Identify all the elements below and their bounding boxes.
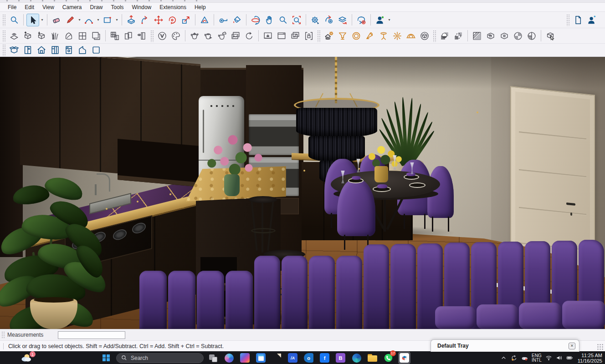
vray-refresh[interactable] (243, 30, 256, 42)
default-tray-close-button[interactable]: ✕ (569, 343, 575, 349)
scenes-tool[interactable] (336, 14, 349, 26)
tape-measure-tool[interactable] (217, 14, 230, 26)
measurements-input[interactable] (58, 331, 125, 339)
styles-tool[interactable] (355, 14, 368, 26)
toolbar-grip[interactable] (2, 14, 5, 26)
vray-omni-light[interactable] (391, 30, 404, 42)
menu-file[interactable]: File (4, 4, 21, 11)
start-button[interactable] (99, 352, 113, 364)
vray-batch-render[interactable] (289, 30, 302, 42)
media-app[interactable]: /A (287, 352, 299, 364)
account-menu-dropdown[interactable]: ▾ (387, 14, 392, 26)
vray-mesh-to-proxy[interactable] (484, 30, 497, 42)
search-tool[interactable] (8, 14, 21, 26)
vray-proxy-to-mesh[interactable] (498, 30, 511, 42)
vray-lock-camera[interactable] (302, 30, 315, 42)
menu-view[interactable]: View (38, 4, 58, 11)
vray-light-gen[interactable] (323, 30, 335, 42)
rectangle-tool-dropdown[interactable]: ▾ (114, 14, 119, 26)
line-tool-dropdown[interactable]: ▾ (77, 14, 82, 26)
arc-tool[interactable] (82, 14, 95, 26)
toolbar-grip[interactable] (433, 30, 436, 42)
designer-app[interactable] (239, 352, 251, 364)
line-tool[interactable] (64, 14, 77, 26)
eraser-tool[interactable] (50, 14, 63, 26)
account-menu[interactable] (374, 14, 386, 26)
vray-frame-buffer[interactable] (229, 30, 242, 42)
panel-copy-tool[interactable] (122, 30, 135, 42)
taskbar-clock[interactable]: 11:25 AM 11/16/2025 (578, 353, 602, 364)
new-model-button[interactable] (572, 14, 584, 26)
toolbar-grip[interactable] (2, 44, 5, 56)
onedrive-icon[interactable] (521, 354, 528, 361)
surface-plane-tool[interactable] (8, 30, 21, 42)
wifi-icon[interactable] (545, 354, 552, 361)
vray-viewport-render[interactable] (261, 30, 274, 42)
vray-render[interactable] (188, 30, 201, 42)
battery-icon[interactable] (566, 354, 573, 361)
vray-sphere-light[interactable] (350, 30, 363, 42)
paint-bucket-tool[interactable] (231, 14, 243, 26)
outlook-app[interactable]: o (302, 352, 315, 364)
pan-tool[interactable] (263, 14, 276, 26)
menu-window[interactable]: Window (128, 4, 156, 11)
follow-me-tool[interactable] (138, 14, 151, 26)
vray-render-cloud[interactable] (215, 30, 228, 42)
panel-visibility-tool[interactable] (136, 30, 149, 42)
rotate-tool[interactable] (166, 14, 179, 26)
menu-camera[interactable]: Camera (58, 4, 86, 11)
menu-draw[interactable]: Draw (86, 4, 107, 11)
sketchup-app[interactable] (398, 352, 410, 364)
vray-render-interactive[interactable] (202, 30, 215, 42)
sync-icon[interactable] (511, 354, 518, 361)
menu-help[interactable]: Help (190, 4, 210, 11)
hidden-icons-chevron[interactable] (500, 354, 507, 361)
rectangle-tool[interactable] (101, 14, 114, 26)
vray-spot-light[interactable] (364, 30, 376, 42)
window-grid-tool[interactable] (76, 30, 89, 42)
vray-clipper[interactable] (471, 30, 483, 42)
component-up-tool[interactable] (21, 30, 34, 42)
file-explorer-app[interactable] (366, 352, 379, 364)
tile-tool[interactable] (90, 30, 103, 42)
orbit-tool[interactable] (249, 14, 262, 26)
vray-dome-light[interactable] (405, 30, 417, 42)
component-panel[interactable] (90, 44, 103, 56)
language-indicator[interactable]: ENG INTL (532, 354, 542, 363)
copilot-app[interactable] (223, 352, 235, 364)
vray-override-material[interactable] (438, 30, 451, 42)
resize-grip[interactable] (597, 344, 603, 350)
select-tool[interactable] (26, 14, 39, 26)
vray-interactive-region[interactable] (452, 30, 465, 42)
component-appliance[interactable] (62, 44, 75, 56)
soften-edges-tool[interactable] (323, 14, 335, 26)
toolbar-grip[interactable] (2, 30, 5, 42)
edge-app[interactable] (350, 352, 363, 364)
component-box[interactable] (8, 44, 21, 56)
file-stack-app[interactable] (207, 352, 219, 364)
bilibili-app[interactable]: B (334, 352, 347, 364)
panel-grid-tool[interactable] (108, 30, 121, 42)
zoom-tool[interactable] (277, 14, 289, 26)
vray-logo-button[interactable] (156, 30, 169, 42)
select-tool-dropdown[interactable]: ▾ (40, 14, 45, 26)
component-house[interactable] (35, 44, 48, 56)
push-pull-tool[interactable] (125, 14, 138, 26)
taskbar-search[interactable]: Search (116, 353, 204, 363)
facebook-app[interactable]: f (318, 352, 331, 364)
menu-edit[interactable]: Edit (21, 4, 38, 11)
grass-tool[interactable] (49, 30, 62, 42)
vray-asset-editor[interactable] (169, 30, 182, 42)
menu-extensions[interactable]: Extensions (155, 4, 190, 11)
whatsapp-app[interactable]: 17 (382, 352, 395, 364)
sign-in-button[interactable] (585, 14, 598, 26)
leaf-material-tool[interactable] (62, 30, 75, 42)
widgets-button[interactable]: 1 (21, 352, 35, 364)
volume-icon[interactable] (556, 354, 563, 361)
component-window[interactable] (21, 44, 34, 56)
toolbar-grip[interactable] (150, 30, 154, 42)
vray-mesh-light-select[interactable] (544, 30, 557, 42)
vray-mesh-light[interactable] (418, 30, 431, 42)
toolbar-grip[interactable] (566, 14, 569, 26)
vray-displacement[interactable] (525, 30, 538, 42)
